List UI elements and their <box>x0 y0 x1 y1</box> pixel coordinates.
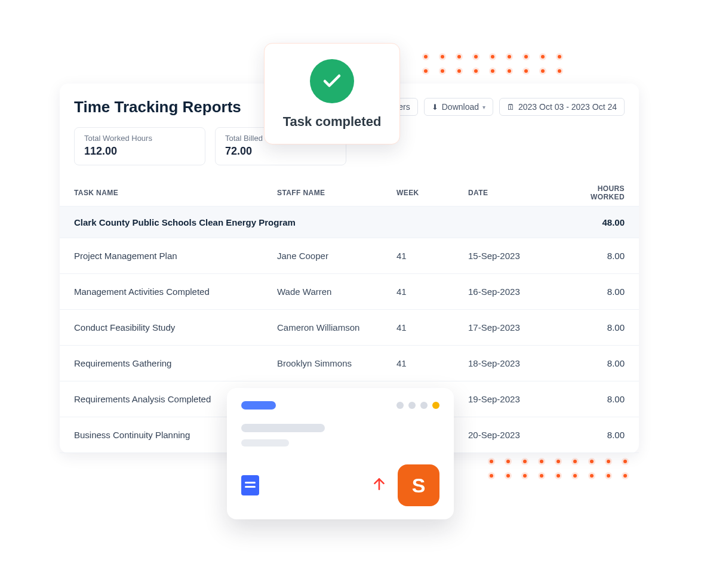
download-label: Download <box>442 102 479 112</box>
cell-date: 19-Sep-2023 <box>468 394 576 404</box>
cell-hours: 8.00 <box>576 251 625 261</box>
cell-date: 18-Sep-2023 <box>468 358 576 368</box>
col-header-week: WEEK <box>396 189 468 197</box>
cell-hours: 8.00 <box>576 430 625 440</box>
download-icon: ⬇ <box>432 103 438 111</box>
cell-hours: 8.00 <box>576 287 625 297</box>
cell-task: Requirements Gathering <box>74 358 277 368</box>
chevron-down-icon: ▾ <box>482 104 485 110</box>
cell-task: Management Activities Completed <box>74 287 277 297</box>
cell-hours: 8.00 <box>576 394 625 404</box>
table-row[interactable]: Management Activities CompletedWade Warr… <box>60 274 639 310</box>
cell-week: 41 <box>396 287 468 297</box>
cell-hours: 8.00 <box>576 358 625 368</box>
arrow-up-icon[interactable] <box>371 476 387 494</box>
cell-staff: Brooklyn Simmons <box>277 358 396 368</box>
dot-pattern-top <box>424 55 561 73</box>
document-icon[interactable] <box>241 475 259 495</box>
mini-pagination-dots <box>396 402 439 409</box>
cell-week: 41 <box>396 358 468 368</box>
dot-icon <box>396 402 404 409</box>
mini-card-header <box>241 401 439 410</box>
date-range-button[interactable]: 🗓 2023 Oct 03 - 2023 Oct 24 <box>499 98 625 116</box>
col-header-date: DATE <box>468 189 576 197</box>
cell-date: 17-Sep-2023 <box>468 322 576 333</box>
cell-hours: 8.00 <box>576 322 625 333</box>
cell-date: 20-Sep-2023 <box>468 430 576 440</box>
cell-task: Conduct Feasibility Study <box>74 322 277 333</box>
mini-title-placeholder <box>241 401 276 410</box>
mini-card-footer: S <box>241 464 439 506</box>
toolbar: ilters ⬇ Download ▾ 🗓 2023 Oct 03 - 2023… <box>385 98 625 116</box>
col-header-staff: STAFF NAME <box>277 189 396 197</box>
download-button[interactable]: ⬇ Download ▾ <box>424 98 493 116</box>
page-title: Time Tracking Reports <box>74 98 241 116</box>
mini-preview-card: S <box>227 388 454 519</box>
cell-week: 41 <box>396 322 468 333</box>
cell-date: 16-Sep-2023 <box>468 287 576 297</box>
toast-message: Task completed <box>283 114 382 130</box>
col-header-hours: HOURS WORKED <box>576 184 625 201</box>
stat-card-worked-hours: Total Worked Hours 112.00 <box>74 127 205 165</box>
dot-icon <box>408 402 416 409</box>
dot-icon-active <box>432 402 439 409</box>
dot-pattern-bottom <box>490 460 627 478</box>
cell-staff: Cameron Williamson <box>277 322 396 333</box>
stat-value: 112.00 <box>84 145 195 158</box>
table-row[interactable]: Requirements GatheringBrooklyn Simmons41… <box>60 346 639 381</box>
mini-line-placeholder <box>241 439 289 447</box>
group-hours: 48.00 <box>576 217 625 227</box>
table-row[interactable]: Project Management PlanJane Cooper4115-S… <box>60 238 639 274</box>
cell-task: Project Management Plan <box>74 251 277 261</box>
mini-footer-right: S <box>371 464 439 506</box>
dot-icon <box>420 402 428 409</box>
task-completed-toast: Task completed <box>264 43 400 144</box>
app-badge-letter: S <box>412 474 426 497</box>
checkmark-circle-icon <box>310 59 354 103</box>
col-header-task: TASK NAME <box>74 189 277 197</box>
date-range-label: 2023 Oct 03 - 2023 Oct 24 <box>518 102 617 112</box>
cell-staff: Jane Cooper <box>277 251 396 261</box>
cell-week: 41 <box>396 251 468 261</box>
table-row[interactable]: Conduct Feasibility StudyCameron William… <box>60 310 639 346</box>
app-badge[interactable]: S <box>398 464 439 506</box>
calendar-icon: 🗓 <box>507 103 515 111</box>
group-name: Clark County Public Schools Clean Energy… <box>74 217 576 227</box>
mini-line-placeholder <box>241 424 325 432</box>
stat-value: 72.00 <box>225 145 336 158</box>
stat-label: Total Worked Hours <box>84 134 195 143</box>
cell-date: 15-Sep-2023 <box>468 251 576 261</box>
table-header: TASK NAME STAFF NAME WEEK DATE HOURS WOR… <box>60 180 639 206</box>
table-group-row[interactable]: Clark County Public Schools Clean Energy… <box>60 206 639 238</box>
cell-staff: Wade Warren <box>277 287 396 297</box>
